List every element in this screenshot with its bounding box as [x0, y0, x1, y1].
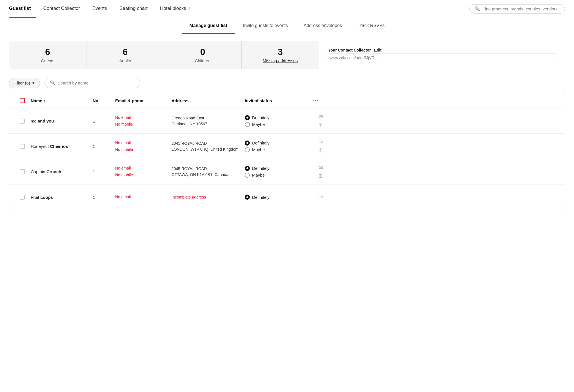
row3-definitely-radio[interactable] — [245, 195, 250, 200]
row0-checkbox[interactable] — [20, 119, 25, 124]
stats-left: 6 Guests 6 Adults 0 Children 3 Missing a… — [9, 41, 319, 69]
row2-actions: ✉ 🗑 — [312, 164, 329, 179]
row0-definitely-label: Definitely — [252, 115, 270, 120]
row3-name: Fruit Loops — [31, 195, 93, 200]
table-row: me and you 1 No email No mobile Oregon R… — [9, 108, 565, 134]
row0-number: 1 — [93, 119, 115, 123]
row2-checkbox[interactable] — [20, 169, 25, 174]
global-search-input[interactable] — [482, 6, 560, 11]
row0-checkbox-col — [14, 119, 31, 124]
row2-email-icon[interactable]: ✉ — [319, 164, 323, 171]
row2-definitely-label: Definitely — [252, 166, 270, 171]
row2-email-phone: No email No mobile — [115, 165, 172, 179]
select-all-checkbox[interactable] — [20, 98, 25, 103]
row3-email-phone: No email — [115, 194, 172, 201]
children-number: 0 — [200, 47, 205, 57]
row3-number: 1 — [93, 195, 115, 200]
filter-label: Filter (6) — [14, 81, 30, 85]
row1-maybe[interactable]: Maybe — [245, 147, 312, 152]
row2-definitely-radio[interactable] — [245, 166, 250, 171]
filter-row: Filter (6) ▾ 🔍 — [0, 75, 574, 93]
row0-actions: ✉ 🗑 — [312, 114, 329, 128]
row3-definitely[interactable]: Definitely — [245, 195, 312, 200]
row1-maybe-label: Maybe — [252, 147, 265, 152]
stat-guests: 6 Guests — [9, 41, 86, 69]
row2-definitely[interactable]: Definitely — [245, 166, 312, 171]
row0-name: me and you — [31, 119, 93, 123]
search-box[interactable]: 🔍 — [45, 78, 140, 88]
row2-checkbox-col — [14, 169, 31, 174]
row3-actions: ✉ — [312, 194, 329, 200]
row2-number: 1 — [93, 169, 115, 174]
row0-maybe[interactable]: Maybe — [245, 122, 312, 127]
row2-invited-status: Definitely Maybe — [245, 166, 312, 178]
row3-invited-status: Definitely — [245, 195, 312, 200]
row3-address: Incomplete address — [172, 194, 245, 200]
row3-email-icon[interactable]: ✉ — [319, 194, 323, 200]
sub-nav-track[interactable]: Track RSVPs — [350, 18, 392, 34]
row3-checkbox-col — [14, 195, 31, 200]
row1-invited-status: Definitely Maybe — [245, 141, 312, 152]
nav-item-seating-chart[interactable]: Seating chart — [114, 0, 153, 18]
row0-maybe-radio[interactable] — [245, 122, 250, 127]
guests-label: Guests — [41, 58, 54, 63]
row1-actions: ✉ 🗑 — [312, 139, 329, 153]
children-label: Children — [195, 58, 211, 63]
table-header: Name ↑ No. Email & phone Address Invited… — [9, 93, 565, 108]
row1-checkbox[interactable] — [20, 144, 25, 149]
row3-checkbox[interactable] — [20, 195, 25, 200]
row1-definitely-radio[interactable] — [245, 141, 250, 146]
row2-address: 2045 ROYAL ROAD OTTAWA, ON K1A 0B1, Cana… — [172, 166, 245, 178]
search-icon: 🔍 — [475, 6, 480, 12]
row1-address: 2045 ROYAL ROAD LONDON, W1P 6HQ, United … — [172, 141, 245, 152]
contact-collector-url: www.zola.com/addr/MjVRI... — [326, 54, 558, 62]
global-search[interactable]: 🔍 — [469, 4, 565, 14]
row2-maybe-label: Maybe — [252, 173, 265, 177]
col-header-invited-status: Invited status — [245, 98, 312, 103]
nav-item-guest-list[interactable]: Guest list — [9, 0, 36, 18]
nav-item-contact-collector[interactable]: Contact Collector — [38, 0, 85, 18]
row2-maybe-radio[interactable] — [245, 173, 250, 178]
row0-email-icon[interactable]: ✉ — [319, 114, 323, 120]
row0-delete-icon[interactable]: 🗑 — [318, 122, 323, 128]
contact-collector-edit[interactable]: Edit — [374, 48, 381, 52]
row2-maybe[interactable]: Maybe — [245, 173, 312, 178]
missing-label[interactable]: Missing addresses — [263, 58, 298, 63]
search-input[interactable] — [58, 81, 135, 85]
row1-definitely[interactable]: Definitely — [245, 141, 312, 146]
adults-label: Adults — [119, 58, 131, 63]
nav-item-events[interactable]: Events — [87, 0, 112, 18]
row1-checkbox-col — [14, 144, 31, 149]
nav-item-hotel-blocks[interactable]: Hotel blocks ↗ — [155, 0, 196, 18]
table-row: Captain Crunch 1 No email No mobile 2045… — [9, 159, 565, 184]
guest-table: Name ↑ No. Email & phone Address Invited… — [9, 93, 565, 210]
table-row: Fruit Loops 1 No email Incomplete addres… — [9, 184, 565, 210]
stats-bar: 6 Guests 6 Adults 0 Children 3 Missing a… — [9, 41, 565, 69]
col-header-no: No. — [93, 98, 115, 103]
chevron-down-icon: ▾ — [32, 81, 35, 86]
row1-email-phone: No email No mobile — [115, 140, 172, 153]
sub-nav-address[interactable]: Address envelopes — [296, 18, 350, 34]
row1-name: Honeynut Cheerios — [31, 144, 93, 149]
row2-name: Captain Crunch — [31, 169, 93, 174]
row1-maybe-radio[interactable] — [245, 147, 250, 152]
row1-number: 1 — [93, 144, 115, 149]
row1-email-icon[interactable]: ✉ — [319, 139, 323, 145]
row0-definitely[interactable]: Definitely — [245, 115, 312, 120]
sub-nav-manage[interactable]: Manage guest list — [182, 18, 235, 34]
contact-collector-panel: Your Contact Collector Edit www.zola.com… — [319, 41, 565, 69]
hotel-blocks-label: Hotel blocks — [160, 6, 186, 11]
row0-definitely-radio[interactable] — [245, 115, 250, 120]
row2-delete-icon[interactable]: 🗑 — [318, 173, 323, 179]
sub-nav-invite[interactable]: Invite guests to events — [235, 18, 296, 34]
row0-invited-status: Definitely Maybe — [245, 115, 312, 127]
col-header-name[interactable]: Name ↑ — [31, 98, 93, 103]
col-header-more[interactable]: ··· — [312, 97, 329, 104]
row1-delete-icon[interactable]: 🗑 — [318, 148, 323, 153]
stat-children: 0 Children — [164, 41, 242, 69]
select-all-checkbox-col — [14, 98, 31, 103]
adults-number: 6 — [123, 47, 128, 57]
filter-button[interactable]: Filter (6) ▾ — [9, 78, 40, 88]
col-header-address: Address — [172, 98, 245, 103]
external-link-icon: ↗ — [187, 6, 191, 11]
